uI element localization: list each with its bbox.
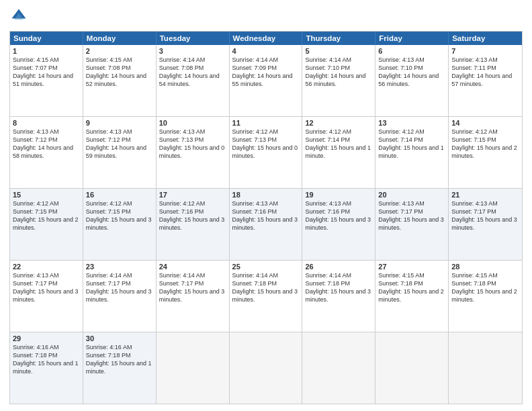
calendar-week-4: 29Sunrise: 4:16 AM Sunset: 7:18 PM Dayli… bbox=[10, 332, 522, 404]
day-text-15: Sunrise: 4:12 AM Sunset: 7:15 PM Dayligh… bbox=[13, 199, 80, 232]
cal-cell-8: 8Sunrise: 4:13 AM Sunset: 7:12 PM Daylig… bbox=[10, 117, 83, 188]
day-text-14: Sunrise: 4:12 AM Sunset: 7:15 PM Dayligh… bbox=[451, 128, 519, 161]
day-text-26: Sunrise: 4:14 AM Sunset: 7:18 PM Dayligh… bbox=[305, 271, 372, 304]
cal-cell-1: 1Sunrise: 4:15 AM Sunset: 7:07 PM Daylig… bbox=[10, 45, 83, 116]
cal-cell-18: 18Sunrise: 4:13 AM Sunset: 7:16 PM Dayli… bbox=[230, 189, 303, 260]
day-num-17: 17 bbox=[159, 191, 226, 199]
header-cell-friday: Friday bbox=[375, 32, 449, 45]
day-num-24: 24 bbox=[159, 263, 226, 271]
cal-cell-6: 6Sunrise: 4:13 AM Sunset: 7:10 PM Daylig… bbox=[375, 45, 449, 116]
header-cell-wednesday: Wednesday bbox=[230, 32, 303, 45]
day-num-21: 21 bbox=[451, 191, 519, 199]
day-text-25: Sunrise: 4:14 AM Sunset: 7:18 PM Dayligh… bbox=[232, 271, 300, 304]
cal-cell-19: 19Sunrise: 4:13 AM Sunset: 7:16 PM Dayli… bbox=[302, 189, 375, 260]
day-num-6: 6 bbox=[378, 47, 445, 55]
cal-cell-2: 2Sunrise: 4:15 AM Sunset: 7:08 PM Daylig… bbox=[83, 45, 157, 116]
page: SundayMondayTuesdayWednesdayThursdayFrid… bbox=[0, 0, 532, 411]
day-num-10: 10 bbox=[159, 119, 226, 127]
calendar-week-0: 1Sunrise: 4:15 AM Sunset: 7:07 PM Daylig… bbox=[10, 45, 522, 116]
day-text-6: Sunrise: 4:13 AM Sunset: 7:10 PM Dayligh… bbox=[378, 56, 445, 89]
cal-cell-15: 15Sunrise: 4:12 AM Sunset: 7:15 PM Dayli… bbox=[10, 189, 83, 260]
cal-cell-20: 20Sunrise: 4:13 AM Sunset: 7:17 PM Dayli… bbox=[375, 189, 449, 260]
day-num-9: 9 bbox=[86, 119, 153, 127]
day-text-16: Sunrise: 4:12 AM Sunset: 7:15 PM Dayligh… bbox=[86, 199, 153, 232]
calendar-body: 1Sunrise: 4:15 AM Sunset: 7:07 PM Daylig… bbox=[10, 45, 522, 404]
cal-cell-28: 28Sunrise: 4:15 AM Sunset: 7:18 PM Dayli… bbox=[449, 261, 522, 332]
day-num-7: 7 bbox=[451, 47, 519, 55]
cal-cell-empty-w4-3 bbox=[230, 332, 303, 404]
cal-cell-27: 27Sunrise: 4:15 AM Sunset: 7:18 PM Dayli… bbox=[375, 261, 449, 332]
cal-cell-13: 13Sunrise: 4:12 AM Sunset: 7:14 PM Dayli… bbox=[375, 117, 449, 188]
calendar: SundayMondayTuesdayWednesdayThursdayFrid… bbox=[9, 31, 523, 404]
cal-cell-23: 23Sunrise: 4:14 AM Sunset: 7:17 PM Dayli… bbox=[83, 261, 157, 332]
day-num-25: 25 bbox=[232, 263, 300, 271]
cal-cell-25: 25Sunrise: 4:14 AM Sunset: 7:18 PM Dayli… bbox=[230, 261, 303, 332]
calendar-week-2: 15Sunrise: 4:12 AM Sunset: 7:15 PM Dayli… bbox=[10, 188, 522, 260]
day-text-22: Sunrise: 4:13 AM Sunset: 7:17 PM Dayligh… bbox=[13, 271, 80, 304]
day-text-1: Sunrise: 4:15 AM Sunset: 7:07 PM Dayligh… bbox=[13, 56, 80, 89]
cal-cell-empty-w4-2 bbox=[157, 332, 230, 404]
day-text-7: Sunrise: 4:13 AM Sunset: 7:11 PM Dayligh… bbox=[451, 56, 519, 89]
day-num-29: 29 bbox=[13, 334, 80, 342]
day-text-4: Sunrise: 4:14 AM Sunset: 7:09 PM Dayligh… bbox=[232, 56, 300, 89]
day-num-30: 30 bbox=[86, 334, 153, 342]
day-text-27: Sunrise: 4:15 AM Sunset: 7:18 PM Dayligh… bbox=[378, 271, 445, 304]
day-num-22: 22 bbox=[13, 263, 80, 271]
day-text-29: Sunrise: 4:16 AM Sunset: 7:18 PM Dayligh… bbox=[13, 343, 80, 376]
header-cell-saturday: Saturday bbox=[449, 32, 522, 45]
cal-cell-12: 12Sunrise: 4:12 AM Sunset: 7:14 PM Dayli… bbox=[302, 117, 375, 188]
cal-cell-24: 24Sunrise: 4:14 AM Sunset: 7:17 PM Dayli… bbox=[157, 261, 230, 332]
day-text-30: Sunrise: 4:16 AM Sunset: 7:18 PM Dayligh… bbox=[86, 343, 153, 376]
cal-cell-7: 7Sunrise: 4:13 AM Sunset: 7:11 PM Daylig… bbox=[449, 45, 522, 116]
calendar-week-3: 22Sunrise: 4:13 AM Sunset: 7:17 PM Dayli… bbox=[10, 260, 522, 332]
day-num-28: 28 bbox=[451, 263, 519, 271]
day-num-4: 4 bbox=[232, 47, 300, 55]
day-num-12: 12 bbox=[305, 119, 372, 127]
day-text-13: Sunrise: 4:12 AM Sunset: 7:14 PM Dayligh… bbox=[378, 128, 445, 161]
cal-cell-14: 14Sunrise: 4:12 AM Sunset: 7:15 PM Dayli… bbox=[449, 117, 522, 188]
day-text-21: Sunrise: 4:13 AM Sunset: 7:17 PM Dayligh… bbox=[451, 199, 519, 232]
day-num-27: 27 bbox=[378, 263, 445, 271]
header-cell-thursday: Thursday bbox=[302, 32, 375, 45]
day-num-14: 14 bbox=[451, 119, 519, 127]
day-num-5: 5 bbox=[305, 47, 372, 55]
day-text-3: Sunrise: 4:14 AM Sunset: 7:08 PM Dayligh… bbox=[159, 56, 226, 89]
day-num-23: 23 bbox=[86, 263, 153, 271]
cal-cell-21: 21Sunrise: 4:13 AM Sunset: 7:17 PM Dayli… bbox=[449, 189, 522, 260]
cal-cell-4: 4Sunrise: 4:14 AM Sunset: 7:09 PM Daylig… bbox=[230, 45, 303, 116]
cal-cell-16: 16Sunrise: 4:12 AM Sunset: 7:15 PM Dayli… bbox=[83, 189, 157, 260]
day-num-2: 2 bbox=[86, 47, 153, 55]
calendar-week-1: 8Sunrise: 4:13 AM Sunset: 7:12 PM Daylig… bbox=[10, 116, 522, 188]
cal-cell-26: 26Sunrise: 4:14 AM Sunset: 7:18 PM Dayli… bbox=[302, 261, 375, 332]
day-num-8: 8 bbox=[13, 119, 80, 127]
day-num-1: 1 bbox=[13, 47, 80, 55]
day-num-18: 18 bbox=[232, 191, 300, 199]
day-text-18: Sunrise: 4:13 AM Sunset: 7:16 PM Dayligh… bbox=[232, 199, 300, 232]
cal-cell-3: 3Sunrise: 4:14 AM Sunset: 7:08 PM Daylig… bbox=[157, 45, 230, 116]
day-text-9: Sunrise: 4:13 AM Sunset: 7:12 PM Dayligh… bbox=[86, 128, 153, 161]
logo bbox=[9, 7, 31, 26]
day-num-16: 16 bbox=[86, 191, 153, 199]
cal-cell-11: 11Sunrise: 4:12 AM Sunset: 7:13 PM Dayli… bbox=[230, 117, 303, 188]
header bbox=[9, 7, 523, 26]
day-text-17: Sunrise: 4:12 AM Sunset: 7:16 PM Dayligh… bbox=[159, 199, 226, 232]
cal-cell-17: 17Sunrise: 4:12 AM Sunset: 7:16 PM Dayli… bbox=[157, 189, 230, 260]
day-num-11: 11 bbox=[232, 119, 300, 127]
day-text-5: Sunrise: 4:14 AM Sunset: 7:10 PM Dayligh… bbox=[305, 56, 372, 89]
day-text-2: Sunrise: 4:15 AM Sunset: 7:08 PM Dayligh… bbox=[86, 56, 153, 89]
day-text-19: Sunrise: 4:13 AM Sunset: 7:16 PM Dayligh… bbox=[305, 199, 372, 232]
cal-cell-5: 5Sunrise: 4:14 AM Sunset: 7:10 PM Daylig… bbox=[302, 45, 375, 116]
day-num-20: 20 bbox=[378, 191, 445, 199]
calendar-header-row: SundayMondayTuesdayWednesdayThursdayFrid… bbox=[10, 32, 522, 45]
cal-cell-22: 22Sunrise: 4:13 AM Sunset: 7:17 PM Dayli… bbox=[10, 261, 83, 332]
day-text-23: Sunrise: 4:14 AM Sunset: 7:17 PM Dayligh… bbox=[86, 271, 153, 304]
day-text-24: Sunrise: 4:14 AM Sunset: 7:17 PM Dayligh… bbox=[159, 271, 226, 304]
cal-cell-empty-w4-5 bbox=[375, 332, 449, 404]
cal-cell-30: 30Sunrise: 4:16 AM Sunset: 7:18 PM Dayli… bbox=[83, 332, 157, 404]
cal-cell-9: 9Sunrise: 4:13 AM Sunset: 7:12 PM Daylig… bbox=[83, 117, 157, 188]
day-text-8: Sunrise: 4:13 AM Sunset: 7:12 PM Dayligh… bbox=[13, 128, 80, 161]
header-cell-sunday: Sunday bbox=[10, 32, 83, 45]
day-num-26: 26 bbox=[305, 263, 372, 271]
cal-cell-10: 10Sunrise: 4:13 AM Sunset: 7:13 PM Dayli… bbox=[157, 117, 230, 188]
day-num-19: 19 bbox=[305, 191, 372, 199]
